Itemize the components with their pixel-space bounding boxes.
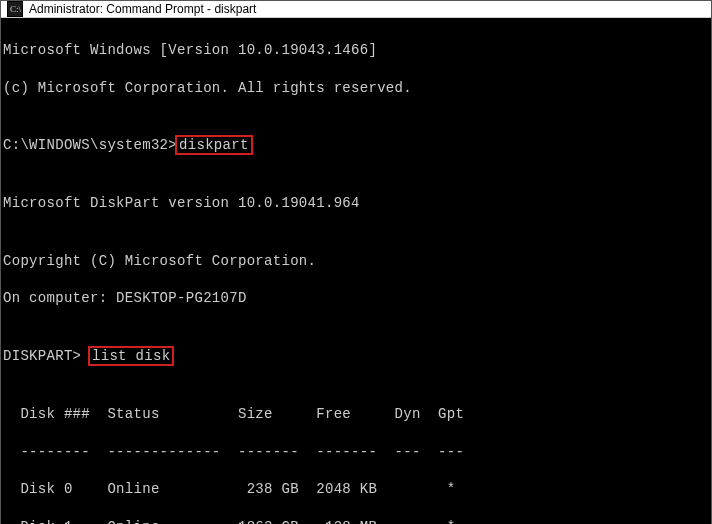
table-row: Disk 1 Online 1863 GB 128 MB * <box>3 518 709 524</box>
diskpart-prompt: DISKPART> <box>3 348 90 364</box>
command-prompt-window: C:\ Administrator: Command Prompt - disk… <box>0 0 712 524</box>
output-line: Microsoft Windows [Version 10.0.19043.14… <box>3 41 709 60</box>
prompt-text: C:\WINDOWS\system32> <box>3 137 177 153</box>
output-line: On computer: DESKTOP-PG2107D <box>3 289 709 308</box>
terminal-area[interactable]: Microsoft Windows [Version 10.0.19043.14… <box>1 18 711 524</box>
table-row: Disk 0 Online 238 GB 2048 KB * <box>3 480 709 499</box>
table-separator: -------- ------------- ------- ------- -… <box>3 443 709 462</box>
prompt-line: DISKPART> list disk <box>3 347 709 366</box>
output-line: (c) Microsoft Corporation. All rights re… <box>3 79 709 98</box>
cmd-icon: C:\ <box>7 1 23 17</box>
prompt-line: C:\WINDOWS\system32>diskpart <box>3 136 709 155</box>
window-title: Administrator: Command Prompt - diskpart <box>29 2 256 16</box>
titlebar[interactable]: C:\ Administrator: Command Prompt - disk… <box>1 1 711 18</box>
output-line: Copyright (C) Microsoft Corporation. <box>3 252 709 271</box>
highlighted-command: diskpart <box>175 135 253 155</box>
svg-text:C:\: C:\ <box>10 4 22 14</box>
highlighted-command: list disk <box>88 346 174 366</box>
table-header: Disk ### Status Size Free Dyn Gpt <box>3 405 709 424</box>
output-line: Microsoft DiskPart version 10.0.19041.96… <box>3 194 709 213</box>
